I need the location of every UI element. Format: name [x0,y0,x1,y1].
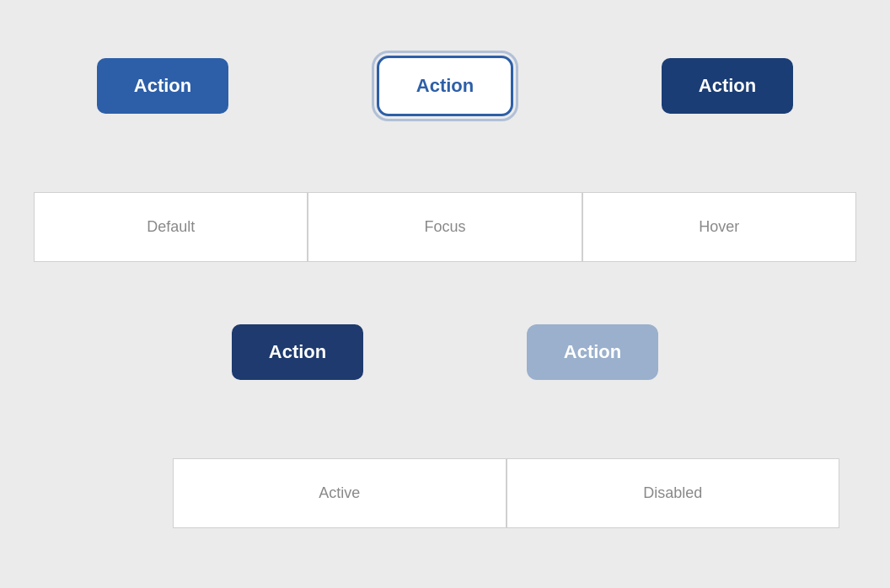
column-focus: Action [298,56,592,116]
button-focus[interactable]: Action [377,56,513,116]
label-row-2: Active Disabled [173,458,839,528]
column-disabled: Action [445,324,740,380]
canvas: Action Action Action Default Focus Hover… [0,0,890,588]
button-default[interactable]: Action [97,58,228,114]
button-row-1: Action Action Action [0,56,890,116]
button-row-2: Action Action [0,324,890,380]
button-active[interactable]: Action [232,324,363,380]
label-default: Default [34,192,308,262]
button-hover[interactable]: Action [662,58,793,114]
label-active: Active [173,458,507,528]
column-hover: Action [592,58,862,114]
label-disabled: Disabled [507,458,840,528]
label-hover: Hover [582,192,856,262]
label-row-1: Default Focus Hover [34,192,856,262]
column-default: Action [28,58,298,114]
label-focus: Focus [308,192,582,262]
button-disabled: Action [527,324,658,380]
column-active: Action [150,324,445,380]
